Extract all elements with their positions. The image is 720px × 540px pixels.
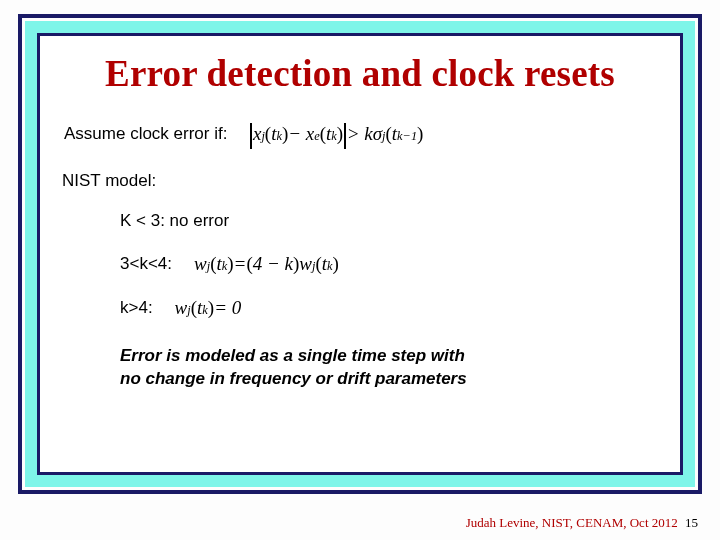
formula-assume: xj(tk) − xe(tk) > kσj(tk−1) [249,121,423,147]
formula-cond3: wj(tk) = 0 [175,297,242,319]
condition-1: K < 3: no error [120,211,658,231]
condition-2-row: 3<k<4: wj(tk) = (4 − k)wj(tk) [120,253,658,275]
slide-outer-border: Error detection and clock resets Assume … [18,14,702,494]
slide-inner-border: Error detection and clock resets Assume … [37,33,683,475]
assume-row: Assume clock error if: xj(tk) − xe(tk) >… [64,121,658,147]
condition-3-row: k>4: wj(tk) = 0 [120,297,658,319]
nist-label: NIST model: [62,171,658,191]
page-number: 15 [685,515,698,530]
assume-label: Assume clock error if: [64,124,227,144]
conclusion-line-1: Error is modeled as a single time step w… [120,345,658,368]
condition-3-label: k>4: [120,298,153,318]
conclusion-line-2: no change in frequency or drift paramete… [120,368,658,391]
slide-title: Error detection and clock resets [62,52,658,95]
conclusion: Error is modeled as a single time step w… [120,345,658,391]
footer: Judah Levine, NIST, CENAM, Oct 2012 15 [466,515,698,531]
footer-text: Judah Levine, NIST, CENAM, Oct 2012 [466,515,678,530]
slide-mid-border: Error detection and clock resets Assume … [25,21,695,487]
formula-cond2: wj(tk) = (4 − k)wj(tk) [194,253,339,275]
condition-2-label: 3<k<4: [120,254,172,274]
